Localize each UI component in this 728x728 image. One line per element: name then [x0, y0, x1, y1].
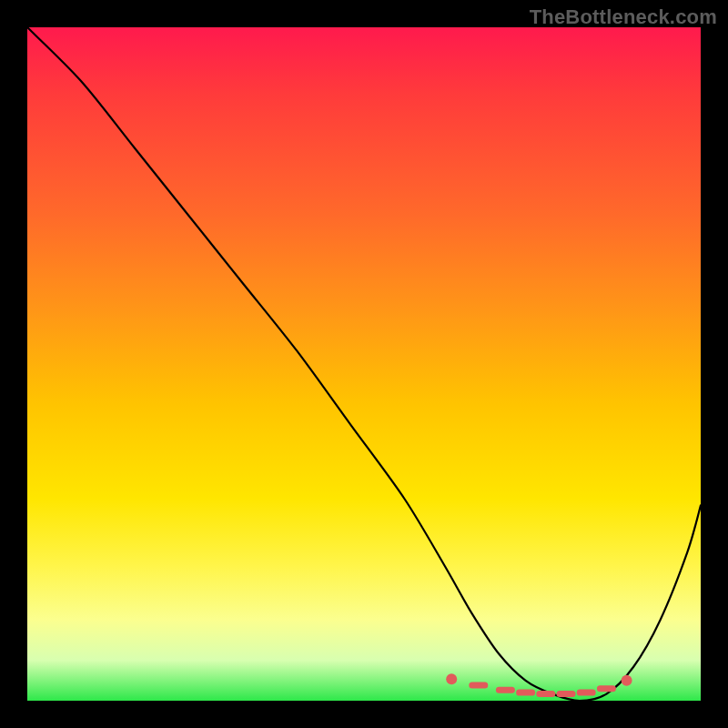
bottleneck-curve [27, 27, 701, 701]
chart-container: TheBottleneck.com [0, 0, 728, 728]
watermark-text: TheBottleneck.com [530, 5, 717, 29]
valley-markers [446, 673, 632, 693]
valley-dot [446, 673, 457, 684]
plot-area [27, 27, 701, 701]
curve-layer [27, 27, 701, 701]
valley-dot [622, 675, 632, 686]
